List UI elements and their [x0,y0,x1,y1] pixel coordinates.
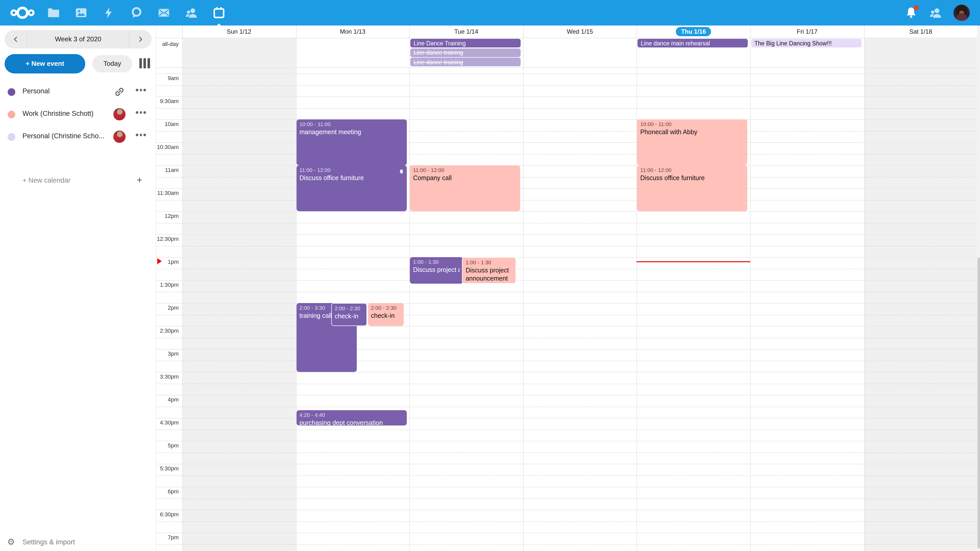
day-header[interactable]: Thu 1/16 [637,25,750,38]
event-title: purchasing dept conversation [299,419,404,426]
calendar-event[interactable]: 11:00 - 12:00Company call [410,165,520,211]
talk-icon[interactable] [130,6,143,19]
share-link-icon[interactable] [113,86,126,98]
calendar-name: Personal (Christine Scho... [22,132,104,140]
time-axis-label: 10:30am [156,144,179,150]
calendar-event[interactable]: 1:00 - 1:30Discuss project announcement [462,257,516,284]
user-avatar[interactable] [953,5,970,21]
photos-icon[interactable] [75,6,88,19]
quarter-slot-line [156,383,977,384]
column-border [409,25,410,551]
quarter-slot-line [156,85,977,86]
calendar-event[interactable]: 1:00 - 1:30Discuss project announcement [410,257,463,284]
allday-event-chip[interactable]: The Big Line Dancing Show!!! [751,39,861,48]
calendar-actions-menu[interactable] [136,134,146,136]
column-border [864,25,864,551]
time-axis-label: 2pm [156,305,179,311]
activity-icon[interactable] [102,6,115,19]
settings-import-button[interactable]: ⚙ Settings & import [0,533,156,551]
calendar-event[interactable]: 10:00 - 11:00Phonecall with Abby [637,119,748,165]
calendar-color-dot [8,133,15,141]
time-axis-label: 5pm [156,442,179,448]
next-week-button[interactable] [129,30,151,48]
calendar-list-item[interactable]: Work (Christine Schott) [0,103,156,125]
event-time: 4:20 - 4:40 [299,411,404,419]
notifications-bell-icon[interactable] [904,6,918,19]
files-icon[interactable] [47,6,60,19]
calendar-event[interactable]: 10:00 - 11:00management meeting [296,119,407,165]
slot-line [156,533,977,533]
now-arrow-icon [157,258,162,264]
contacts-icon[interactable] [185,6,198,19]
event-time: 2:00 - 2:30 [334,305,363,312]
quarter-slot-line [156,338,977,338]
day-header[interactable]: Wed 1/15 [523,25,637,38]
day-header[interactable]: Tue 1/14 [409,25,523,38]
time-axis-label: 5:30pm [156,465,179,472]
day-header[interactable]: Fri 1/17 [750,25,864,38]
slot-line [156,441,977,441]
time-axis-label: 3:30pm [156,373,179,380]
column-border [182,25,183,551]
slot-line [156,349,977,349]
day-header[interactable]: Sat 1/18 [864,25,977,38]
calendar-list-item[interactable]: Personal (Christine Scho... [0,125,156,148]
time-axis-label: 6pm [156,488,179,494]
calendar-list-item[interactable]: Personal [0,81,156,103]
day-header[interactable]: Mon 1/13 [296,25,409,38]
sidebar-actions: + New event Today [5,54,151,73]
slot-line [156,510,977,510]
quarter-slot-line [156,544,977,545]
app-menu [47,6,226,19]
day-header[interactable]: Sun 1/12 [182,25,296,38]
event-title: management meeting [299,128,404,137]
event-time: 11:00 - 12:00 [299,166,404,174]
slot-line [156,234,977,235]
slot-line [156,142,977,143]
new-event-button[interactable]: + New event [5,54,85,73]
calendar-actions-menu[interactable] [136,111,146,114]
slot-line [156,418,977,418]
allday-event-chip[interactable]: Line dance main rehearsal [638,39,748,48]
quarter-slot-line [156,314,977,315]
event-title: check-in [371,312,401,320]
allday-event-chip[interactable]: Line dance training [410,48,520,57]
calendar-event[interactable]: 2:00 - 2:30check-in [368,303,404,326]
mail-icon[interactable] [157,6,170,19]
calendar-event[interactable]: 11:00 - 12:00Discuss office furniture [637,165,748,211]
calendar-event[interactable]: 11:00 - 12:00Discuss office furniture [296,165,407,211]
quarter-slot-line [156,360,977,361]
settings-label: Settings & import [22,538,75,546]
column-border [750,25,751,551]
view-toggle-button[interactable] [137,58,151,69]
calendar-event[interactable]: 2:00 - 2:30check-in [331,303,367,326]
allday-event-chip[interactable]: Line Dance Training [410,39,520,48]
slot-line [156,372,977,372]
scrollbar-thumb[interactable] [977,258,980,548]
column-border [296,25,296,551]
new-calendar-button[interactable]: + New calendar + [0,172,156,190]
event-time: 2:00 - 2:30 [371,304,401,312]
plus-icon: + [137,175,142,186]
event-title: Company call [413,174,517,183]
event-time: 11:00 - 12:00 [640,166,745,174]
sidebar: Week 3 of 2020 + New event Today Persona… [0,25,156,551]
allday-event-chip[interactable]: Line dance training [410,58,520,66]
slot-line [156,188,977,189]
calendar-icon[interactable] [212,6,226,19]
today-pill: Thu 1/16 [676,27,711,36]
calendar-event[interactable]: 4:20 - 4:40purchasing dept conversation [296,410,407,426]
time-axis-label: 1:30pm [156,282,179,288]
week-label[interactable]: Week 3 of 2020 [27,30,129,48]
calendar-actions-menu[interactable] [136,89,146,91]
event-title: Discuss project announcement [413,266,460,274]
column-border [523,25,524,551]
slot-line [156,280,977,281]
previous-week-button[interactable] [5,30,27,48]
contacts-menu-icon[interactable] [929,6,942,19]
today-button[interactable]: Today [92,55,132,73]
time-axis-label: 6:30pm [156,511,179,517]
top-bar-right [904,5,970,21]
nextcloud-logo[interactable] [10,5,35,21]
event-title: check-in [334,312,363,321]
